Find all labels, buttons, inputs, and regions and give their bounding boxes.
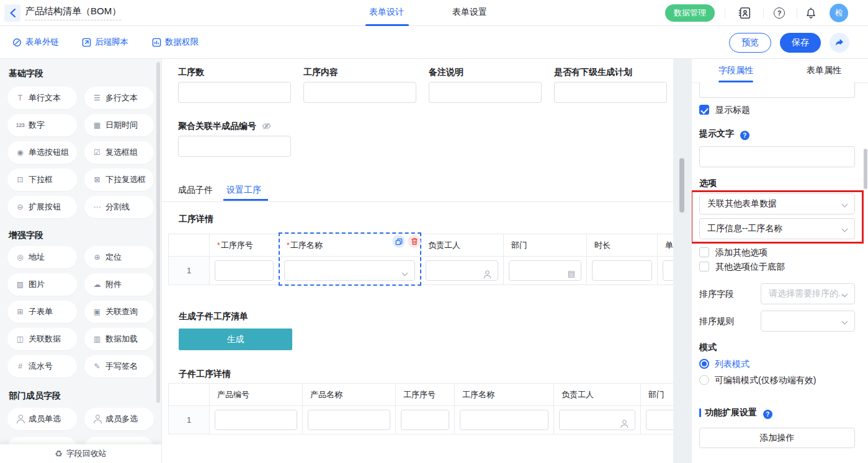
field-multi-select[interactable]: ⊠下拉复选框 xyxy=(84,169,154,191)
generate-button[interactable]: 生成 xyxy=(179,329,292,350)
back-button[interactable] xyxy=(4,4,20,22)
add-other-option-checkbox[interactable] xyxy=(699,247,709,257)
field-linked-query[interactable]: ▣关联查询 xyxy=(84,301,154,323)
duration-input[interactable] xyxy=(592,260,652,281)
field-linked-data[interactable]: ◫关联数据 xyxy=(7,328,77,350)
tab-set-process[interactable]: 设置工序 xyxy=(226,185,261,196)
section-title-subpart-detail: 子件工序详情 xyxy=(179,369,231,380)
col-department[interactable]: 部门 xyxy=(504,234,587,257)
option-source-select[interactable]: 关联其他表单数据 xyxy=(699,193,855,214)
hint-help-icon[interactable]: ? xyxy=(740,131,749,140)
agg-semi-code-input[interactable] xyxy=(178,136,291,157)
save-button[interactable]: 保存 xyxy=(780,33,821,53)
duration-cell xyxy=(587,257,658,285)
department-input[interactable] xyxy=(646,410,673,430)
col-process-seq[interactable]: 工序序号 xyxy=(396,384,455,406)
process-name-select[interactable] xyxy=(284,260,415,281)
worker-input[interactable] xyxy=(559,410,635,430)
field-data-load[interactable]: ▥数据加载 xyxy=(84,328,154,350)
sidebar-scrollbar[interactable] xyxy=(156,62,160,403)
signature-icon: ✎ xyxy=(92,362,102,371)
field-image[interactable]: ▨图片 xyxy=(7,273,77,296)
field-label: 流水号 xyxy=(29,361,53,372)
panel-scrollbar[interactable] xyxy=(864,149,867,189)
tab-form-properties[interactable]: 表单属性 xyxy=(780,65,868,76)
contact-book-button[interactable] xyxy=(736,5,753,21)
show-title-checkbox[interactable] xyxy=(699,105,709,115)
field-divider[interactable]: ⋯分割线 xyxy=(84,196,154,218)
field-attachment[interactable]: ☁附件 xyxy=(84,273,154,296)
col-process-seq[interactable]: *工序序号 xyxy=(210,234,279,257)
sort-rule-select[interactable] xyxy=(761,311,855,332)
unit-price-input[interactable] xyxy=(663,260,673,281)
process-seq-input[interactable] xyxy=(215,260,274,281)
copy-field-button[interactable] xyxy=(392,235,405,248)
remark-input[interactable] xyxy=(429,82,542,103)
field-single-line-text[interactable]: T单行文本 xyxy=(7,87,77,109)
col-department[interactable]: 部门 xyxy=(641,384,674,406)
field-datetime[interactable]: ▦日期时间 xyxy=(84,114,154,136)
field-subform[interactable]: ⊞子表单 xyxy=(7,301,77,323)
process-count-input[interactable] xyxy=(178,82,291,103)
field-serial-number[interactable]: #流水号 xyxy=(7,355,77,377)
backend-script-button[interactable]: 后端脚本 xyxy=(82,37,128,48)
field-number[interactable]: 123数字 xyxy=(7,114,77,136)
preview-button[interactable]: 预览 xyxy=(729,33,771,53)
field-member-multi[interactable]: 成员多选 xyxy=(84,408,154,430)
data-manage-button[interactable]: 数据管理 xyxy=(665,4,715,22)
col-unit-price[interactable]: 单价 xyxy=(658,234,674,257)
col-process-name[interactable]: 工序名称 xyxy=(455,384,554,406)
field-extend-button[interactable]: ⊖扩展按钮 xyxy=(7,196,77,218)
col-worker[interactable]: 负责工人 xyxy=(554,384,641,406)
field-multi-line-text[interactable]: ☰多行文本 xyxy=(84,87,154,109)
option-field-select[interactable]: 工序信息--工序名称 xyxy=(699,218,855,239)
process-seq-input[interactable] xyxy=(401,410,449,430)
backend-script-label: 后端脚本 xyxy=(95,37,128,48)
external-link-button[interactable]: 表单外链 xyxy=(12,37,59,48)
field-label: 定位 xyxy=(105,252,122,263)
other-option-bottom-checkbox[interactable] xyxy=(699,262,709,271)
notification-button[interactable] xyxy=(803,5,819,21)
tab-form-design[interactable]: 表单设计 xyxy=(369,7,404,18)
process-content-input[interactable] xyxy=(303,82,416,103)
help-button[interactable]: ? xyxy=(771,5,787,21)
field-signature[interactable]: ✎手写签名 xyxy=(84,355,154,377)
col-product-code[interactable]: 产品编号 xyxy=(210,384,303,406)
add-action-button[interactable]: 添加操作 xyxy=(699,428,855,448)
process-name-input[interactable] xyxy=(460,410,548,430)
person-icon xyxy=(482,270,491,278)
tab-form-settings[interactable]: 表单设置 xyxy=(452,7,487,18)
field-select[interactable]: ⊡下拉框 xyxy=(7,169,77,191)
canvas-scrollbar[interactable] xyxy=(679,158,684,213)
field-member-single[interactable]: 成员单选 xyxy=(7,408,77,430)
group-title-enhanced: 增强字段 xyxy=(9,230,43,241)
share-button[interactable] xyxy=(830,33,849,53)
field-checkbox-group[interactable]: ☑复选框组 xyxy=(84,141,154,164)
hint-text-input[interactable] xyxy=(699,146,855,167)
col-product-name[interactable]: 产品名称 xyxy=(303,384,396,406)
has-subplan-input[interactable] xyxy=(554,82,667,103)
avatar[interactable]: 检 xyxy=(830,4,848,22)
show-title-label: 显示标题 xyxy=(715,105,750,116)
field-palette-sidebar: 基础字段 T单行文本 ☰多行文本 123数字 ▦日期时间 ◉单选按钮组 ☑复选框… xyxy=(0,59,161,463)
product-name-input[interactable] xyxy=(308,410,390,430)
product-code-input[interactable] xyxy=(215,410,297,430)
worker-input[interactable] xyxy=(426,260,498,281)
data-permission-button[interactable]: 数据权限 xyxy=(152,37,199,48)
list-mode-radio[interactable] xyxy=(699,359,709,369)
field-location[interactable]: ⊕定位 xyxy=(84,246,154,268)
sort-field-select[interactable]: 请选择需要排序的... xyxy=(761,283,855,304)
tab-finished-parts[interactable]: 成品子件 xyxy=(178,185,213,196)
field-title-input-clipped[interactable] xyxy=(699,82,855,98)
tab-field-properties[interactable]: 字段属性 xyxy=(692,65,780,76)
col-worker[interactable]: 负责工人 xyxy=(421,234,504,257)
col-duration[interactable]: 时长 xyxy=(587,234,658,257)
field-address[interactable]: ◎地址 xyxy=(7,246,77,268)
edit-mode-radio[interactable] xyxy=(699,375,709,385)
form-title[interactable]: 产品结构清单（BOM） xyxy=(25,6,121,20)
field-recycle-bin[interactable]: ♻ 字段回收站 xyxy=(0,444,161,463)
field-radio-group[interactable]: ◉单选按钮组 xyxy=(7,141,77,164)
delete-field-button[interactable] xyxy=(408,235,421,248)
department-input[interactable]: ▤ xyxy=(509,260,581,281)
extension-help-icon[interactable]: ? xyxy=(763,410,772,419)
